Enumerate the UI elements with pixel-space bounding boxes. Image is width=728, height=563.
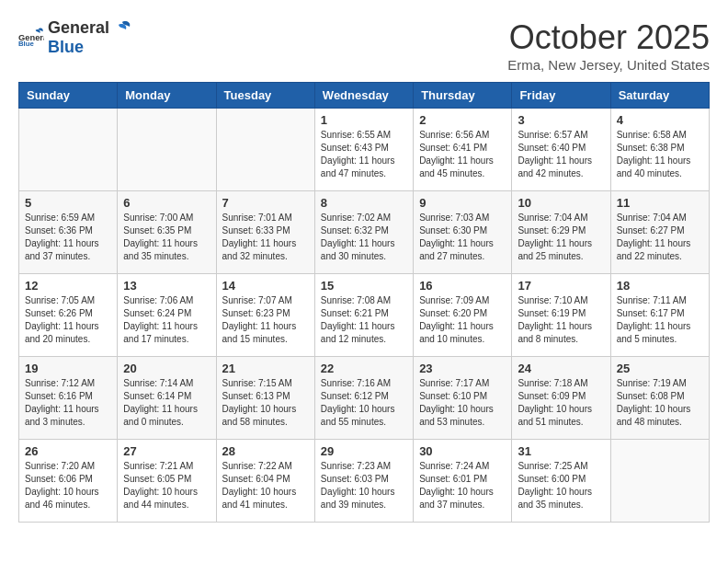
day-number: 28 [222,444,309,458]
calendar-cell: 23Sunrise: 7:17 AM Sunset: 6:10 PM Dayli… [414,357,512,440]
day-info: Sunrise: 7:21 AM Sunset: 6:05 PM Dayligh… [123,460,210,511]
day-number: 31 [518,444,604,458]
day-info: Sunrise: 7:25 AM Sunset: 6:00 PM Dayligh… [518,460,604,511]
day-number: 9 [419,196,506,210]
calendar-cell: 1Sunrise: 6:55 AM Sunset: 6:43 PM Daylig… [314,109,413,191]
day-number: 15 [321,279,407,293]
day-info: Sunrise: 6:56 AM Sunset: 6:41 PM Dayligh… [419,129,506,180]
day-number: 6 [123,196,210,210]
calendar-cell: 18Sunrise: 7:11 AM Sunset: 6:17 PM Dayli… [610,274,709,357]
day-info: Sunrise: 6:57 AM Sunset: 6:40 PM Dayligh… [518,129,604,180]
calendar-cell: 30Sunrise: 7:24 AM Sunset: 6:01 PM Dayli… [414,440,512,523]
day-info: Sunrise: 7:04 AM Sunset: 6:29 PM Dayligh… [518,212,604,263]
calendar-cell: 31Sunrise: 7:25 AM Sunset: 6:00 PM Dayli… [512,440,610,523]
day-header-saturday: Saturday [610,83,709,109]
day-number: 17 [518,279,604,293]
calendar-cell: 27Sunrise: 7:21 AM Sunset: 6:05 PM Dayli… [118,440,216,523]
day-info: Sunrise: 7:24 AM Sunset: 6:01 PM Dayligh… [419,460,506,511]
day-info: Sunrise: 7:10 AM Sunset: 6:19 PM Dayligh… [518,294,604,346]
day-header-monday: Monday [118,83,216,109]
calendar-cell: 17Sunrise: 7:10 AM Sunset: 6:19 PM Dayli… [512,274,610,357]
day-info: Sunrise: 6:59 AM Sunset: 6:36 PM Dayligh… [25,212,111,263]
day-info: Sunrise: 6:55 AM Sunset: 6:43 PM Dayligh… [321,129,407,180]
day-info: Sunrise: 7:01 AM Sunset: 6:33 PM Dayligh… [222,212,309,263]
calendar-cell: 16Sunrise: 7:09 AM Sunset: 6:20 PM Dayli… [414,274,512,357]
day-info: Sunrise: 7:07 AM Sunset: 6:23 PM Dayligh… [222,294,309,346]
day-info: Sunrise: 7:00 AM Sunset: 6:35 PM Dayligh… [123,212,210,263]
calendar-cell: 19Sunrise: 7:12 AM Sunset: 6:16 PM Dayli… [19,357,118,440]
day-info: Sunrise: 7:11 AM Sunset: 6:17 PM Dayligh… [617,294,703,346]
day-number: 29 [321,444,407,458]
calendar-cell: 24Sunrise: 7:18 AM Sunset: 6:09 PM Dayli… [512,357,610,440]
day-info: Sunrise: 7:14 AM Sunset: 6:14 PM Dayligh… [123,377,210,429]
day-number: 23 [419,362,506,375]
day-info: Sunrise: 7:08 AM Sunset: 6:21 PM Dayligh… [321,294,407,346]
calendar-cell: 10Sunrise: 7:04 AM Sunset: 6:29 PM Dayli… [512,191,610,274]
day-number: 25 [617,362,703,375]
day-number: 10 [518,196,604,210]
day-info: Sunrise: 7:18 AM Sunset: 6:09 PM Dayligh… [518,377,604,429]
day-number: 24 [518,362,604,375]
day-header-tuesday: Tuesday [216,83,314,109]
day-number: 20 [123,362,210,375]
day-number: 3 [518,113,604,127]
header: General Blue General Blue October 2025 E… [18,18,710,73]
calendar-cell: 20Sunrise: 7:14 AM Sunset: 6:14 PM Dayli… [118,357,216,440]
calendar-cell: 12Sunrise: 7:05 AM Sunset: 6:26 PM Dayli… [19,274,118,357]
calendar-cell [19,109,118,191]
day-number: 19 [25,362,111,375]
day-number: 8 [321,196,407,210]
day-number: 1 [321,113,407,127]
day-info: Sunrise: 7:12 AM Sunset: 6:16 PM Dayligh… [25,377,111,429]
day-info: Sunrise: 7:19 AM Sunset: 6:08 PM Dayligh… [617,377,703,429]
calendar-cell: 26Sunrise: 7:20 AM Sunset: 6:06 PM Dayli… [19,440,118,523]
calendar-week-5: 26Sunrise: 7:20 AM Sunset: 6:06 PM Dayli… [19,440,710,523]
day-info: Sunrise: 7:20 AM Sunset: 6:06 PM Dayligh… [25,460,111,511]
calendar-cell: 7Sunrise: 7:01 AM Sunset: 6:33 PM Daylig… [216,191,314,274]
month-title: October 2025 [507,18,710,57]
calendar-week-4: 19Sunrise: 7:12 AM Sunset: 6:16 PM Dayli… [19,357,710,440]
calendar-cell: 8Sunrise: 7:02 AM Sunset: 6:32 PM Daylig… [314,191,413,274]
day-info: Sunrise: 7:04 AM Sunset: 6:27 PM Dayligh… [617,212,703,263]
day-number: 7 [222,196,309,210]
day-number: 30 [419,444,506,458]
title-section: October 2025 Erma, New Jersey, United St… [507,18,710,73]
day-number: 26 [25,444,111,458]
calendar-cell: 15Sunrise: 7:08 AM Sunset: 6:21 PM Dayli… [314,274,413,357]
logo: General Blue General Blue [18,18,133,57]
day-number: 14 [222,279,309,293]
day-number: 21 [222,362,309,375]
day-info: Sunrise: 7:09 AM Sunset: 6:20 PM Dayligh… [419,294,506,346]
day-number: 2 [419,113,506,127]
day-info: Sunrise: 7:03 AM Sunset: 6:30 PM Dayligh… [419,212,506,263]
logo-general-text: General [48,18,109,38]
day-info: Sunrise: 6:58 AM Sunset: 6:38 PM Dayligh… [617,129,703,180]
calendar-cell: 11Sunrise: 7:04 AM Sunset: 6:27 PM Dayli… [610,191,709,274]
day-number: 16 [419,279,506,293]
day-header-sunday: Sunday [19,83,118,109]
calendar-week-2: 5Sunrise: 6:59 AM Sunset: 6:36 PM Daylig… [19,191,710,274]
day-number: 5 [25,196,111,210]
day-number: 22 [321,362,407,375]
day-info: Sunrise: 7:22 AM Sunset: 6:04 PM Dayligh… [222,460,309,511]
day-number: 12 [25,279,111,293]
day-number: 18 [617,279,703,293]
day-info: Sunrise: 7:06 AM Sunset: 6:24 PM Dayligh… [123,294,210,346]
calendar-cell: 14Sunrise: 7:07 AM Sunset: 6:23 PM Dayli… [216,274,314,357]
day-info: Sunrise: 7:15 AM Sunset: 6:13 PM Dayligh… [222,377,309,429]
day-number: 4 [617,113,703,127]
day-number: 13 [123,279,210,293]
calendar-week-1: 1Sunrise: 6:55 AM Sunset: 6:43 PM Daylig… [19,109,710,191]
calendar-cell: 28Sunrise: 7:22 AM Sunset: 6:04 PM Dayli… [216,440,314,523]
day-number: 11 [617,196,703,210]
calendar-cell: 21Sunrise: 7:15 AM Sunset: 6:13 PM Dayli… [216,357,314,440]
calendar-cell [216,109,314,191]
day-header-thursday: Thursday [414,83,512,109]
logo-blue-text: Blue [48,38,84,56]
day-info: Sunrise: 7:23 AM Sunset: 6:03 PM Dayligh… [321,460,407,511]
calendar-cell: 2Sunrise: 6:56 AM Sunset: 6:41 PM Daylig… [414,109,512,191]
calendar-cell: 6Sunrise: 7:00 AM Sunset: 6:35 PM Daylig… [118,191,216,274]
calendar-cell: 5Sunrise: 6:59 AM Sunset: 6:36 PM Daylig… [19,191,118,274]
svg-text:Blue: Blue [18,40,35,46]
day-header-wednesday: Wednesday [314,83,413,109]
